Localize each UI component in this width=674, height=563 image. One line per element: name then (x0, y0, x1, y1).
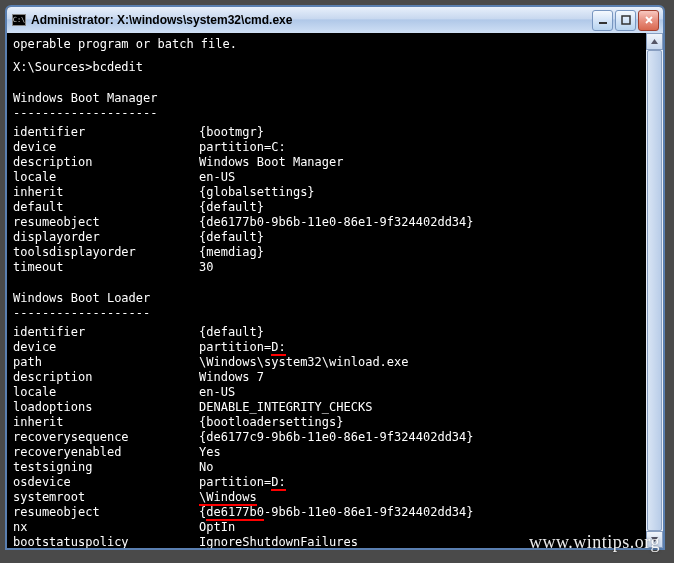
svg-rect-1 (622, 16, 630, 24)
output-kv-row: inherit{globalsettings} (13, 185, 657, 200)
output-kv-row: nxOptIn (13, 520, 657, 535)
output-kv-row: default{default} (13, 200, 657, 215)
titlebar[interactable]: C:\ Administrator: X:\windows\system32\c… (7, 7, 663, 33)
output-kv-row: inherit{bootloadersettings} (13, 415, 657, 430)
output-kv-row: resumeobject{de6177b0-9b6b-11e0-86e1-9f3… (13, 215, 657, 230)
output-kv-row: localeen-US (13, 385, 657, 400)
cmd-icon: C:\ (11, 12, 27, 28)
output-kv-row: devicepartition=C: (13, 140, 657, 155)
section-underline: ------------------- (13, 306, 657, 321)
scrollbar-vertical[interactable] (646, 33, 663, 548)
output-kv-row: descriptionWindows Boot Manager (13, 155, 657, 170)
output-line: operable program or batch file. (13, 37, 657, 52)
output-kv-row: devicepartition=D: (13, 340, 657, 355)
output-kv-row: osdevicepartition=D: (13, 475, 657, 490)
output-kv-row: bootstatuspolicyIgnoreShutdownFailures (13, 535, 657, 548)
section-underline: -------------------- (13, 106, 657, 121)
section-header-boot-manager: Windows Boot Manager (13, 91, 657, 106)
output-kv-row: timeout30 (13, 260, 657, 275)
cmd-window: C:\ Administrator: X:\windows\system32\c… (5, 5, 665, 550)
window-title: Administrator: X:\windows\system32\cmd.e… (31, 13, 592, 27)
output-kv-row: localeen-US (13, 170, 657, 185)
prompt-line: X:\Sources>bcdedit (13, 60, 657, 75)
maximize-button[interactable] (615, 10, 636, 31)
svg-rect-0 (599, 22, 607, 24)
output-kv-row: resumeobject{de6177b0-9b6b-11e0-86e1-9f3… (13, 505, 657, 520)
scroll-track[interactable] (646, 50, 663, 531)
output-kv-row: descriptionWindows 7 (13, 370, 657, 385)
output-kv-row: displayorder{default} (13, 230, 657, 245)
window-controls (592, 10, 659, 31)
output-kv-row: testsigningNo (13, 460, 657, 475)
section-header-boot-loader: Windows Boot Loader (13, 291, 657, 306)
terminal-output[interactable]: operable program or batch file. X:\Sourc… (7, 33, 663, 548)
scroll-up-button[interactable] (646, 33, 663, 50)
output-kv-row: systemroot\Windows (13, 490, 657, 505)
output-kv-row: toolsdisplayorder{memdiag} (13, 245, 657, 260)
close-button[interactable] (638, 10, 659, 31)
scroll-down-button[interactable] (646, 531, 663, 548)
minimize-button[interactable] (592, 10, 613, 31)
output-kv-row: recoveryenabledYes (13, 445, 657, 460)
output-kv-row: recoverysequence{de6177c9-9b6b-11e0-86e1… (13, 430, 657, 445)
output-kv-row: identifier{bootmgr} (13, 125, 657, 140)
output-kv-row: path\Windows\system32\winload.exe (13, 355, 657, 370)
output-kv-row: identifier{default} (13, 325, 657, 340)
scroll-thumb[interactable] (647, 50, 662, 531)
output-kv-row: loadoptionsDENABLE_INTEGRITY_CHECKS (13, 400, 657, 415)
